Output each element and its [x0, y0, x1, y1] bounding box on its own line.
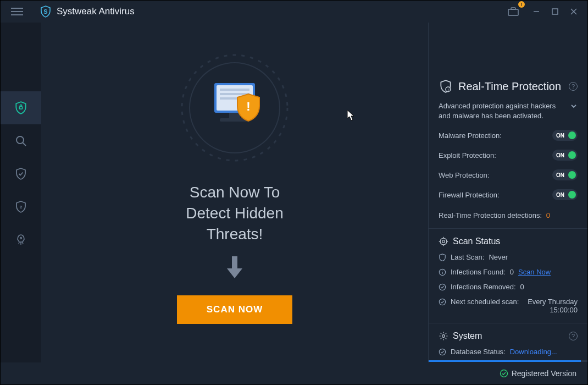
svg-marker-23	[227, 268, 242, 278]
footer: Registered Version	[1, 362, 587, 384]
svg-rect-7	[19, 107, 22, 109]
last-scan-value: Never	[489, 253, 508, 261]
svg-point-26	[440, 238, 447, 245]
infections-removed-label: Infections Removed:	[451, 283, 516, 291]
svg-point-38	[439, 349, 445, 355]
svg-point-11	[20, 238, 22, 239]
app-title-area: S Systweak Antivirus	[39, 5, 135, 18]
target-icon	[439, 237, 448, 246]
arrow-down-icon	[225, 255, 245, 282]
app-logo-icon: S	[39, 5, 52, 18]
database-status-label: Database Status:	[451, 348, 506, 356]
last-scan-label: Last Scan:	[451, 253, 484, 261]
app-window: S Systweak Antivirus !	[0, 0, 588, 385]
infections-found-label: Infections Found:	[451, 268, 506, 276]
minimize-button[interactable]	[528, 3, 545, 20]
sidebar-item-scan[interactable]	[1, 124, 41, 157]
check-circle-icon	[439, 298, 446, 306]
svg-rect-4	[552, 9, 558, 14]
scan-status-title: Scan Status	[453, 237, 500, 246]
sidebar-item-home[interactable]	[1, 91, 41, 124]
shield-e-icon: e	[14, 200, 27, 213]
svg-point-8	[16, 136, 24, 144]
menu-button[interactable]	[6, 1, 28, 23]
shield-lock-icon	[14, 101, 28, 115]
svg-point-27	[442, 240, 445, 243]
hero-line-2: Detect Hidden	[186, 203, 283, 224]
svg-text:i: i	[447, 88, 448, 92]
malware-protection-toggle[interactable]: ON	[552, 130, 578, 141]
hero-line-3: Threats!	[186, 224, 283, 245]
database-status-value: Downloading...	[510, 348, 557, 356]
main-panel: ! Scan Now To Detect Hidden Threats! SCA…	[41, 23, 428, 362]
realtime-help-button[interactable]: ?	[569, 82, 578, 91]
infections-found-value: 0	[510, 268, 514, 276]
svg-line-9	[23, 143, 26, 146]
sidebar-item-protection[interactable]	[1, 157, 41, 190]
firewall-protection-label: Firewall Protection:	[439, 191, 500, 199]
realtime-collapse-button[interactable]	[570, 101, 578, 113]
malware-protection-label: Malware Protection:	[439, 131, 502, 140]
hero-illustration: !	[177, 50, 292, 166]
gear-icon	[439, 331, 448, 341]
firewall-protection-toggle[interactable]: ON	[552, 189, 578, 200]
realtime-title: Real-Time Protection	[458, 80, 561, 93]
scan-now-link[interactable]: Scan Now	[518, 268, 551, 276]
svg-rect-19	[229, 113, 240, 118]
database-progress-bar	[429, 360, 587, 362]
registered-version-label: Registered Version	[512, 369, 576, 378]
sidebar: e	[1, 23, 41, 362]
maximize-button[interactable]	[547, 3, 563, 20]
system-title: System	[453, 331, 482, 341]
infections-removed-value: 0	[520, 283, 524, 291]
check-circle-icon	[439, 283, 446, 291]
titlebar: S Systweak Antivirus !	[1, 1, 587, 23]
next-scheduled-value: Every Thursday 15:00:00	[523, 298, 578, 314]
hero-line-1: Scan Now To	[186, 182, 283, 203]
web-protection-toggle[interactable]: ON	[552, 169, 578, 180]
info-icon	[439, 268, 446, 276]
exploit-protection-toggle[interactable]: ON	[552, 150, 578, 161]
sidebar-item-quarantine[interactable]: e	[1, 190, 41, 223]
sidebar-item-tools[interactable]	[1, 223, 41, 256]
svg-text:!: !	[246, 100, 250, 113]
right-panel: i Real-Time Protection ? Advanced protec…	[428, 23, 587, 362]
svg-point-37	[442, 335, 445, 338]
web-protection-label: Web Protection:	[439, 171, 489, 179]
detections-count: 0	[546, 211, 550, 219]
svg-point-35	[439, 284, 445, 290]
svg-point-36	[439, 299, 445, 305]
realtime-description: Advanced protection against hackers and …	[439, 101, 565, 121]
check-circle-icon	[439, 348, 446, 356]
close-button[interactable]	[565, 3, 582, 20]
detections-label: Real-Time Protection detections:	[439, 211, 542, 219]
system-help-button[interactable]: ?	[569, 332, 578, 340]
svg-text:S: S	[43, 8, 47, 15]
hero-headline: Scan Now To Detect Hidden Threats!	[186, 182, 283, 244]
exploit-protection-label: Exploit Protection:	[439, 151, 496, 160]
svg-rect-1	[508, 9, 518, 15]
shield-small-icon	[439, 254, 446, 261]
offers-button[interactable]: !	[505, 3, 522, 20]
shield-info-icon: i	[439, 79, 453, 94]
app-title: Systweak Antivirus	[57, 6, 135, 17]
shield-check-icon	[14, 167, 27, 180]
check-circle-icon	[500, 369, 508, 378]
svg-rect-2	[511, 8, 515, 9]
scan-now-button[interactable]: SCAN NOW	[177, 295, 292, 324]
offers-badge: !	[518, 1, 525, 8]
svg-text:e: e	[19, 204, 22, 210]
svg-rect-22	[232, 256, 237, 268]
next-scheduled-label: Next scheduled scan:	[451, 298, 519, 306]
rocket-icon	[14, 233, 27, 246]
search-icon	[14, 134, 27, 147]
